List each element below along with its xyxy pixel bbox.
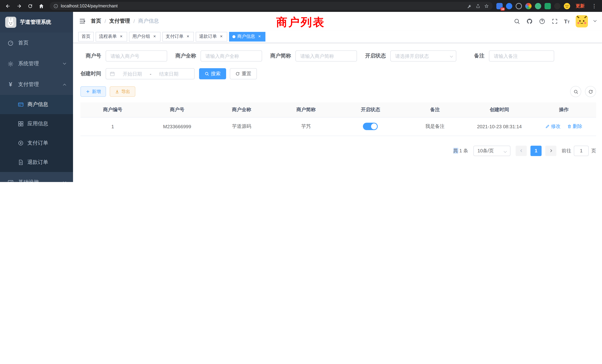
close-icon[interactable]: × bbox=[185, 34, 191, 39]
breadcrumb-item-payment[interactable]: 支付管理 bbox=[109, 18, 130, 24]
table-refresh-button[interactable] bbox=[585, 86, 596, 97]
date-range-picker[interactable]: - bbox=[106, 68, 195, 79]
sidebar-item-infra[interactable]: 基础设施 bbox=[0, 172, 73, 182]
back-button[interactable] bbox=[3, 1, 13, 11]
search-form-row-2: 创建时间 - 搜索 bbox=[80, 68, 596, 79]
reload-button[interactable] bbox=[25, 1, 35, 11]
status-select[interactable] bbox=[390, 50, 456, 62]
refresh-icon bbox=[235, 72, 240, 76]
sidebar-logo[interactable]: 芋道管理系统 bbox=[0, 12, 73, 33]
next-page-button[interactable] bbox=[545, 146, 556, 156]
breadcrumb-item-home[interactable]: 首页 bbox=[91, 18, 101, 24]
table-search-button[interactable] bbox=[570, 86, 581, 97]
browser-menu-icon[interactable]: ⋮ bbox=[590, 3, 598, 9]
status-toggle[interactable] bbox=[363, 123, 378, 130]
page-size-select[interactable]: 10条/页 bbox=[473, 146, 510, 156]
goto-unit: 页 bbox=[591, 147, 596, 154]
short-name-input[interactable] bbox=[295, 50, 357, 62]
add-button[interactable]: 新增 bbox=[80, 86, 106, 97]
cell-create-time: 2021-10-23 08:31:14 bbox=[467, 117, 532, 136]
remark-label: 备注 bbox=[474, 53, 489, 59]
date-end-input[interactable] bbox=[154, 71, 183, 76]
tag-refund-order[interactable]: 退款订单 × bbox=[196, 32, 227, 41]
close-icon[interactable]: × bbox=[119, 34, 124, 39]
close-icon[interactable]: × bbox=[219, 34, 224, 39]
url-bar[interactable]: localhost:1024/pay/merchant bbox=[50, 2, 493, 10]
goto-page: 前往 页 bbox=[562, 146, 596, 156]
search-button[interactable]: 搜索 bbox=[199, 68, 226, 79]
date-start-input[interactable] bbox=[118, 71, 147, 76]
extension-icon-1[interactable]: 10 bbox=[496, 3, 503, 9]
tag-process-form[interactable]: 流程表单 × bbox=[96, 32, 127, 41]
extension-icon-6[interactable] bbox=[545, 3, 551, 9]
share-icon[interactable] bbox=[476, 3, 480, 8]
sidebar-item-payment[interactable]: ¥ 支付管理 bbox=[0, 74, 73, 95]
column-header: 商户简称 bbox=[274, 102, 338, 117]
extension-icon-7[interactable] bbox=[554, 3, 560, 9]
browser-update-button[interactable]: 更新 bbox=[573, 2, 587, 10]
goto-input[interactable] bbox=[574, 146, 589, 156]
bookmark-star-icon[interactable] bbox=[484, 3, 489, 8]
goto-label: 前往 bbox=[562, 147, 571, 154]
chevron-up-icon bbox=[63, 84, 66, 87]
search-icon bbox=[573, 89, 578, 94]
forward-icon bbox=[16, 3, 22, 9]
edit-link[interactable]: 修改 bbox=[546, 123, 561, 130]
key-icon[interactable] bbox=[467, 3, 472, 8]
sidebar-item-home[interactable]: 首页 bbox=[0, 33, 73, 53]
sidebar-item-system[interactable]: 系统管理 bbox=[0, 53, 73, 74]
sidebar-subitem-app-info[interactable]: 应用信息 bbox=[0, 114, 73, 133]
edit-icon bbox=[546, 124, 550, 129]
extension-icon-3[interactable] bbox=[516, 3, 522, 9]
merchant-no-input[interactable] bbox=[106, 50, 167, 62]
prev-page-button[interactable] bbox=[516, 146, 527, 156]
export-button[interactable]: 导出 bbox=[110, 86, 135, 97]
sidebar-subitem-label: 应用信息 bbox=[27, 120, 48, 127]
sidebar-item-label: 基础设施 bbox=[18, 179, 39, 182]
profile-avatar[interactable] bbox=[564, 3, 570, 9]
help-button[interactable] bbox=[539, 18, 546, 24]
hamburger-button[interactable] bbox=[79, 18, 86, 24]
reset-button[interactable]: 重置 bbox=[230, 68, 257, 79]
tag-pay-order[interactable]: 支付订单 × bbox=[162, 32, 194, 41]
tag-home[interactable]: 首页 bbox=[78, 32, 94, 41]
extension-icon-2[interactable] bbox=[506, 3, 512, 9]
forward-button[interactable] bbox=[14, 1, 24, 11]
url-text[interactable]: localhost:1024/pay/merchant bbox=[61, 3, 118, 9]
close-icon[interactable]: × bbox=[257, 34, 262, 39]
extension-icon-5[interactable] bbox=[535, 3, 541, 9]
sidebar-subitem-refund-order[interactable]: 退款订单 bbox=[0, 153, 73, 172]
cell-short-name: 芋艿 bbox=[274, 117, 338, 136]
page-content: 商户号 商户全称 商户简称 开启状态 bbox=[73, 43, 602, 182]
table-row: 1 M233666999 芋道源码 芋艿 我是备注 2021-10-23 08:… bbox=[80, 117, 596, 136]
delete-icon bbox=[567, 124, 572, 129]
header-search-button[interactable] bbox=[514, 18, 520, 24]
user-avatar[interactable] bbox=[576, 15, 588, 27]
close-icon[interactable]: × bbox=[152, 34, 157, 39]
page-1-button[interactable]: 1 bbox=[530, 146, 542, 156]
grid-icon bbox=[18, 121, 24, 127]
full-name-input[interactable] bbox=[201, 50, 262, 62]
column-header: 操作 bbox=[532, 102, 596, 117]
remark-input[interactable] bbox=[489, 50, 554, 62]
breadcrumb-separator: / bbox=[133, 18, 135, 24]
github-button[interactable] bbox=[526, 18, 533, 24]
font-size-button[interactable]: TT bbox=[564, 18, 570, 24]
fullscreen-button[interactable] bbox=[551, 18, 558, 24]
sidebar-subitem-merchant-info[interactable]: 商户信息 bbox=[0, 95, 73, 114]
tag-merchant-info[interactable]: 商户信息 × bbox=[229, 32, 265, 41]
calendar-icon bbox=[110, 71, 115, 76]
delete-link[interactable]: 删除 bbox=[567, 123, 582, 130]
cell-full-name: 芋道源码 bbox=[209, 117, 274, 136]
extension-icon-4[interactable] bbox=[525, 3, 532, 9]
tag-user-group[interactable]: 用户分组 × bbox=[129, 32, 161, 41]
reload-icon bbox=[27, 3, 33, 9]
chevron-right-icon bbox=[549, 149, 553, 153]
dashboard-icon bbox=[7, 40, 14, 46]
date-range-separator: - bbox=[150, 71, 151, 76]
sidebar-item-label: 支付管理 bbox=[18, 81, 39, 88]
user-menu-caret-icon[interactable] bbox=[593, 19, 597, 22]
sidebar-subitem-pay-order[interactable]: 支付订单 bbox=[0, 133, 73, 153]
monitor-icon bbox=[7, 179, 14, 182]
home-button[interactable] bbox=[36, 1, 46, 11]
